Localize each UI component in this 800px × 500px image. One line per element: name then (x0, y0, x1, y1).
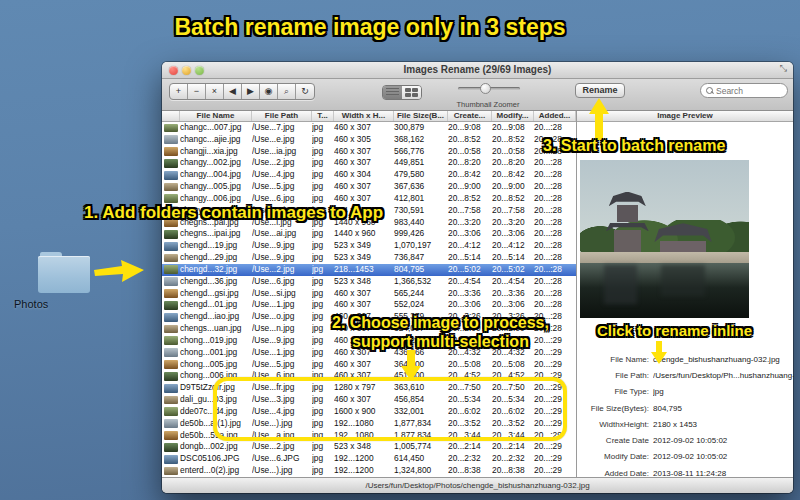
column-header-Width x H...[interactable]: Width x H... (334, 111, 394, 121)
table-row[interactable]: dongb...002.jpg/Use...2.jpgjpg523 x 3481… (162, 441, 576, 453)
table-cell: 614,450 (394, 453, 448, 465)
table-row[interactable]: enterd...0(2).jpg/Use...).jpgjpg192...12… (162, 465, 576, 477)
table-cell: 20...8:20 (448, 157, 492, 169)
file-info-panel: File Name:chengde_bishushanzhuang-032.jp… (577, 351, 794, 481)
table-row[interactable]: changji...xia.jpg/Use...ia.jpgjpg460 x 3… (162, 146, 576, 158)
table-row[interactable]: chong...005.jpg/Use...5.jpgjpg460 x 3073… (162, 359, 576, 371)
table-cell: jpg (312, 169, 334, 181)
view-toggle (382, 85, 422, 100)
search-field[interactable] (700, 83, 788, 98)
table-row[interactable]: changy...004.jpg/Use...4.jpgjpg460 x 304… (162, 169, 576, 181)
table-cell: jpg (312, 311, 334, 323)
column-header-Added...[interactable]: Added... (534, 111, 576, 121)
table-row[interactable]: chengd...32.jpg/Use...2.jpgjpg218...1453… (162, 264, 576, 276)
annotation-heading: Batch rename image only in 3 steps (165, 14, 575, 41)
close-window-button[interactable] (169, 66, 178, 75)
table-row[interactable]: chengd...01.jpg/Use...1.jpgjpg460 x 3075… (162, 299, 576, 311)
photos-folder-icon[interactable] (38, 252, 90, 294)
table-cell: 460 x 307 (334, 181, 394, 193)
remove-button[interactable]: − (188, 84, 206, 99)
table-row[interactable]: changy...005.jpg/Use...5.jpgjpg460 x 307… (162, 181, 576, 193)
table-row[interactable]: DSC05106.JPG/Use...6.JPGjpg192...1200614… (162, 453, 576, 465)
title-bar[interactable]: Images Rename (29/69 Images) ⤡ (162, 62, 793, 79)
annotation-step2-line1: 2. Choose image to process, (332, 313, 549, 332)
column-header-File Path[interactable]: File Path (252, 111, 312, 121)
annotation-step3: 3. Start to batch rename (543, 137, 725, 155)
search-button[interactable]: ⌕ (278, 84, 296, 99)
table-row[interactable]: changc...007.jpg/Use...7.jpgjpg460 x 307… (162, 122, 576, 134)
table-cell: 730,591 (394, 205, 448, 217)
info-value: /Users/fun/Desktop/Ph...hushanzhuang-032… (653, 371, 794, 380)
table-cell: 20...8:38 (448, 465, 492, 477)
table-row[interactable]: chengd...gsi.jpg/Use...si.jpgjpg460 x 30… (162, 288, 576, 300)
table-cell: jpg (312, 465, 334, 477)
table-row[interactable]: chegns...ipai.jpg/Use...ai.jpgjpg1440 x … (162, 228, 576, 240)
thumbnail-icon (164, 396, 178, 405)
table-cell: chengd...32.jpg (180, 264, 252, 276)
column-header-Modify...[interactable]: Modify... (492, 111, 534, 121)
rename-button[interactable]: Rename (575, 83, 625, 98)
table-cell: jpg (312, 359, 334, 371)
folder-label: Photos (14, 298, 114, 310)
table-cell: jpg (312, 276, 334, 288)
info-value: 2012-09-02 10:05:02 (653, 452, 794, 461)
table-cell: 20...:29 (534, 465, 576, 477)
table-cell: 20...:28 (534, 264, 576, 276)
zoom-window-button[interactable] (195, 66, 204, 75)
slider-knob[interactable] (480, 83, 491, 94)
table-cell: 20...3:36 (492, 288, 534, 300)
minimize-window-button[interactable] (182, 66, 191, 75)
table-row[interactable]: changc...ajie.jpg/Use...e.jpgjpg460 x 30… (162, 134, 576, 146)
file-name-inline-edit[interactable]: chengde_bishushanzhuang-032.jpg (653, 355, 794, 364)
column-header-T...[interactable]: T... (312, 111, 334, 121)
pagoda-shape (609, 192, 646, 258)
table-cell: 449,851 (394, 157, 448, 169)
column-header-File Size(B...[interactable]: File Size(B... (394, 111, 448, 121)
table-cell: jpg (312, 146, 334, 158)
add-button[interactable]: + (170, 84, 188, 99)
table-cell: /Use...1.jpg (252, 347, 312, 359)
table-cell: 523 x 349 (334, 252, 394, 264)
table-row[interactable]: chengd...36.jpg/Use...6.jpgjpg523 x 3481… (162, 276, 576, 288)
table-row[interactable]: changy...002.jpg/Use...2.jpgjpg460 x 307… (162, 157, 576, 169)
annotation-step2: 2. Choose image to process, support mult… (332, 313, 549, 351)
column-header-File Name[interactable]: File Name (180, 111, 252, 121)
table-cell: chengd...01.jpg (180, 299, 252, 311)
next-button[interactable]: ▶ (242, 84, 260, 99)
thumbnail-icon (164, 254, 178, 263)
list-view-button[interactable] (383, 86, 402, 99)
previous-button[interactable]: ◀ (224, 84, 242, 99)
table-cell: 20...3:20 (492, 217, 534, 229)
delete-button[interactable]: × (206, 84, 224, 99)
table-cell: /Use...2.jpg (252, 264, 312, 276)
thumbnail-icon (164, 171, 178, 180)
search-icon (706, 87, 713, 94)
table-cell: /Use...e.jpg (252, 134, 312, 146)
table-cell: /Use...9.jpg (252, 240, 312, 252)
preview-panel: Image Preview File Name:chengde_bishusha… (576, 111, 793, 477)
preview-button[interactable]: ◉ (260, 84, 278, 99)
table-cell: 460 x 307 (334, 157, 394, 169)
table-cell: /Use...2.jpg (252, 441, 312, 453)
table-cell: 20...:28 (534, 205, 576, 217)
column-header-icon[interactable] (162, 111, 180, 121)
column-header-Create...[interactable]: Create... (448, 111, 492, 121)
table-cell: /Use...7.jpg (252, 122, 312, 134)
table-row[interactable]: chengd...19.jpg/Use...9.jpgjpg523 x 3491… (162, 240, 576, 252)
table-cell: chong...005.jpg (180, 359, 252, 371)
table-cell: 523 x 348 (334, 441, 394, 453)
thumbnail-zoomer-slider[interactable] (458, 87, 520, 90)
info-label: File Path: (577, 371, 653, 380)
grid-view-button[interactable] (402, 86, 421, 99)
table-cell: 20...5:02 (448, 264, 492, 276)
table-cell: 20...5:14 (492, 252, 534, 264)
table-row[interactable]: chengd...29.jpg/Use...9.jpgjpg523 x 3497… (162, 252, 576, 264)
refresh-button[interactable]: ↻ (296, 84, 314, 99)
table-cell: 20...2:32 (448, 453, 492, 465)
table-cell: jpg (312, 122, 334, 134)
search-input[interactable] (716, 86, 782, 96)
info-value: 2012-09-02 10:05:02 (653, 436, 794, 445)
table-cell: changy...005.jpg (180, 181, 252, 193)
table-cell: jpg (312, 134, 334, 146)
fullscreen-icon[interactable]: ⤡ (780, 63, 787, 74)
